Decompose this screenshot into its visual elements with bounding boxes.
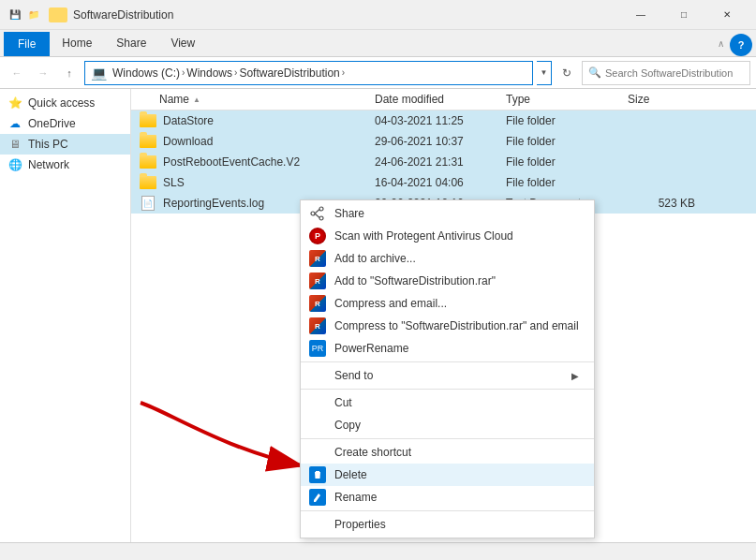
help-button[interactable]: ? bbox=[730, 34, 752, 56]
path-segment-windows[interactable]: Windows bbox=[186, 66, 232, 80]
folder-icon bbox=[139, 113, 157, 128]
computer-icon: 🖥 bbox=[7, 137, 22, 152]
archive-icon-3: R bbox=[308, 294, 327, 313]
title-bar-folder-icon bbox=[49, 7, 67, 22]
ctx-item-compress-email[interactable]: R Compress and email... bbox=[301, 292, 594, 315]
delete-icon bbox=[308, 465, 327, 484]
svg-point-0 bbox=[319, 207, 323, 211]
sidebar: ⭐ Quick access ☁ OneDrive 🖥 This PC 🌐 Ne… bbox=[0, 89, 131, 542]
sidebar-item-this-pc[interactable]: 🖥 This PC bbox=[0, 134, 130, 155]
refresh-button[interactable]: ↻ bbox=[556, 62, 578, 84]
ctx-label-protegent: Scan with Protegent Antivirus Cloud bbox=[334, 229, 513, 243]
ctx-item-send-to[interactable]: Send to ▶ bbox=[301, 364, 594, 387]
window-controls: — □ ✕ bbox=[619, 0, 749, 30]
svg-line-4 bbox=[315, 214, 319, 218]
svg-point-1 bbox=[319, 216, 323, 220]
sidebar-item-onedrive[interactable]: ☁ OneDrive bbox=[0, 113, 130, 134]
table-row[interactable]: SLS 16-04-2021 04:06 File folder bbox=[131, 172, 756, 193]
ctx-separator-1 bbox=[301, 361, 594, 362]
ribbon-expand-btn[interactable]: ∧ bbox=[718, 38, 724, 49]
table-row[interactable]: DataStore 04-03-2021 11:25 File folder bbox=[131, 111, 756, 131]
window-icon-folder: 📁 bbox=[26, 7, 41, 22]
document-icon: 📄 bbox=[139, 196, 157, 211]
address-path[interactable]: 💻 Windows (C:) › Windows › SoftwareDistr… bbox=[84, 61, 533, 85]
protegent-icon: P bbox=[308, 227, 327, 245]
archive-icon-4: R bbox=[308, 317, 327, 335]
tab-share[interactable]: Share bbox=[104, 30, 158, 56]
ctx-label-create-shortcut: Create shortcut bbox=[334, 446, 411, 459]
share-icon bbox=[308, 204, 327, 223]
submenu-arrow-icon: ▶ bbox=[571, 371, 579, 381]
ctx-item-copy[interactable]: Copy bbox=[301, 414, 594, 436]
col-header-type[interactable]: Type bbox=[506, 93, 628, 106]
sidebar-label-network: Network bbox=[28, 158, 69, 171]
table-row[interactable]: PostRebootEventCache.V2 24-06-2021 21:31… bbox=[131, 152, 756, 172]
title-bar-icons: 💾 📁 bbox=[7, 7, 41, 22]
path-segment-drive[interactable]: Windows (C:) bbox=[112, 66, 180, 80]
ctx-label-add-softdist-rar: Add to "SoftwareDistribution.rar" bbox=[334, 274, 496, 287]
path-segment-softdist[interactable]: SoftwareDistribution bbox=[239, 66, 339, 80]
ctx-label-powerrename: PowerRename bbox=[334, 342, 408, 355]
status-bar bbox=[0, 542, 756, 560]
folder-icon bbox=[139, 175, 157, 190]
ctx-item-delete[interactable]: Delete bbox=[301, 464, 594, 486]
ctx-label-share: Share bbox=[334, 207, 364, 220]
col-name-label: Name bbox=[159, 93, 189, 106]
col-header-size[interactable]: Size bbox=[628, 93, 703, 106]
window-title: SoftwareDistribution bbox=[73, 8, 619, 22]
title-bar: 💾 📁 SoftwareDistribution — □ ✕ bbox=[0, 0, 756, 30]
close-button[interactable]: ✕ bbox=[705, 0, 749, 30]
minimize-button[interactable]: — bbox=[619, 0, 662, 30]
col-header-name[interactable]: Name ▲ bbox=[131, 93, 375, 106]
search-icon: 🔍 bbox=[588, 66, 601, 79]
ctx-item-rename[interactable]: Rename bbox=[301, 486, 594, 508]
ctx-item-protegent[interactable]: P Scan with Protegent Antivirus Cloud bbox=[301, 225, 594, 247]
col-header-date[interactable]: Date modified bbox=[375, 93, 506, 106]
ctx-label-rename: Rename bbox=[334, 491, 377, 504]
svg-point-2 bbox=[311, 212, 315, 215]
table-row[interactable]: Download 29-06-2021 10:37 File folder bbox=[131, 131, 756, 152]
ctx-item-create-shortcut[interactable]: Create shortcut bbox=[301, 441, 594, 464]
up-button[interactable]: ↑ bbox=[58, 62, 81, 84]
ctx-label-properties: Properties bbox=[334, 518, 386, 531]
ctx-label-copy: Copy bbox=[334, 419, 361, 432]
ctx-item-cut[interactable]: Cut bbox=[301, 391, 594, 414]
ctx-item-powerrename[interactable]: PR PowerRename bbox=[301, 337, 594, 360]
tab-file[interactable]: File bbox=[4, 32, 50, 56]
search-box: 🔍 bbox=[582, 61, 750, 85]
ctx-separator-3 bbox=[301, 438, 594, 439]
search-input[interactable] bbox=[605, 67, 744, 79]
ctx-label-compress-softdist-email: Compress to "SoftwareDistribution.rar" a… bbox=[334, 319, 579, 332]
tab-view[interactable]: View bbox=[158, 30, 207, 56]
sidebar-item-quick-access[interactable]: ⭐ Quick access bbox=[0, 93, 130, 113]
svg-line-3 bbox=[315, 210, 319, 214]
file-list-header: Name ▲ Date modified Type Size bbox=[131, 89, 756, 111]
ctx-item-share[interactable]: Share bbox=[301, 202, 594, 225]
addr-dropdown[interactable]: ▼ bbox=[537, 61, 552, 85]
sidebar-label-quick-access: Quick access bbox=[28, 96, 95, 110]
ctx-item-add-archive[interactable]: R Add to archive... bbox=[301, 247, 594, 270]
archive-icon-2: R bbox=[308, 272, 327, 290]
archive-icon-1: R bbox=[308, 249, 327, 268]
ctx-separator-2 bbox=[301, 389, 594, 390]
forward-button[interactable]: → bbox=[32, 62, 54, 84]
folder-icon bbox=[139, 155, 157, 169]
ctx-item-compress-softdist-email[interactable]: R Compress to "SoftwareDistribution.rar"… bbox=[301, 315, 594, 337]
ctx-item-add-softdist-rar[interactable]: R Add to "SoftwareDistribution.rar" bbox=[301, 270, 594, 292]
file-name-postreboot: PostRebootEventCache.V2 bbox=[131, 155, 375, 169]
maximize-button[interactable]: □ bbox=[662, 0, 705, 30]
tab-home[interactable]: Home bbox=[50, 30, 104, 56]
path-arrow-2: › bbox=[234, 67, 237, 78]
sort-arrow-name: ▲ bbox=[193, 96, 200, 104]
back-button[interactable]: ← bbox=[6, 62, 28, 84]
sidebar-item-network[interactable]: 🌐 Network bbox=[0, 155, 130, 175]
file-name-datastore: DataStore bbox=[131, 113, 375, 128]
ctx-item-properties[interactable]: Properties bbox=[301, 513, 594, 536]
path-arrow-3: › bbox=[342, 67, 345, 78]
ctx-label-cut: Cut bbox=[334, 396, 352, 409]
path-arrow-1: › bbox=[182, 67, 185, 78]
ctx-label-add-archive: Add to archive... bbox=[334, 252, 416, 265]
file-name-download: Download bbox=[131, 134, 375, 149]
window-icon-save: 💾 bbox=[7, 7, 22, 22]
star-icon: ⭐ bbox=[7, 96, 22, 111]
